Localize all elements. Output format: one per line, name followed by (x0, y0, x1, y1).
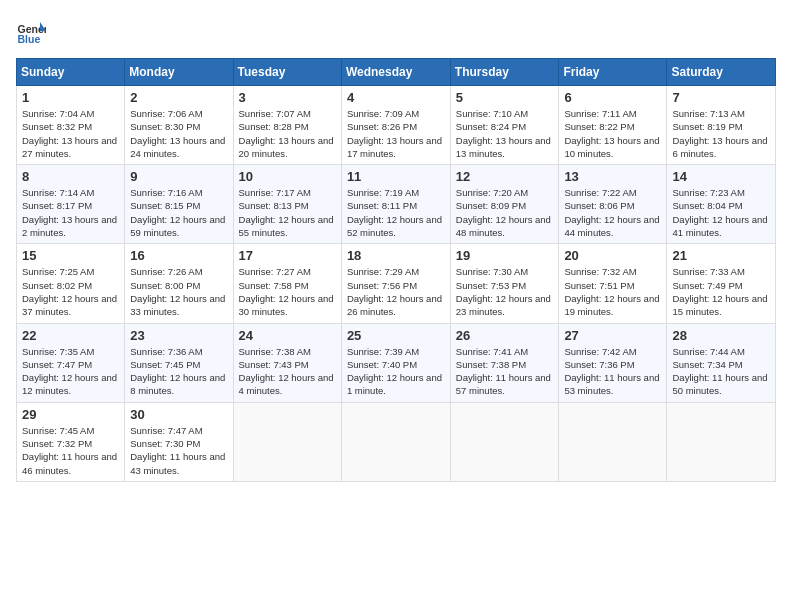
day-info: Sunrise: 7:32 AM Sunset: 7:51 PM Dayligh… (564, 265, 661, 318)
day-number: 24 (239, 328, 336, 343)
day-number: 2 (130, 90, 227, 105)
calendar-cell: 20 Sunrise: 7:32 AM Sunset: 7:51 PM Dayl… (559, 244, 667, 323)
day-number: 18 (347, 248, 445, 263)
calendar-cell: 18 Sunrise: 7:29 AM Sunset: 7:56 PM Dayl… (341, 244, 450, 323)
day-info: Sunrise: 7:27 AM Sunset: 7:58 PM Dayligh… (239, 265, 336, 318)
day-number: 25 (347, 328, 445, 343)
day-number: 20 (564, 248, 661, 263)
calendar-cell: 25 Sunrise: 7:39 AM Sunset: 7:40 PM Dayl… (341, 323, 450, 402)
calendar-cell: 19 Sunrise: 7:30 AM Sunset: 7:53 PM Dayl… (450, 244, 559, 323)
day-info: Sunrise: 7:19 AM Sunset: 8:11 PM Dayligh… (347, 186, 445, 239)
calendar-cell: 2 Sunrise: 7:06 AM Sunset: 8:30 PM Dayli… (125, 86, 233, 165)
calendar-cell: 14 Sunrise: 7:23 AM Sunset: 8:04 PM Dayl… (667, 165, 776, 244)
calendar-cell: 6 Sunrise: 7:11 AM Sunset: 8:22 PM Dayli… (559, 86, 667, 165)
day-number: 30 (130, 407, 227, 422)
day-info: Sunrise: 7:17 AM Sunset: 8:13 PM Dayligh… (239, 186, 336, 239)
day-info: Sunrise: 7:39 AM Sunset: 7:40 PM Dayligh… (347, 345, 445, 398)
day-number: 21 (672, 248, 770, 263)
day-number: 7 (672, 90, 770, 105)
day-number: 17 (239, 248, 336, 263)
day-number: 26 (456, 328, 554, 343)
day-number: 3 (239, 90, 336, 105)
calendar-cell (233, 402, 341, 481)
calendar-week-row: 29 Sunrise: 7:45 AM Sunset: 7:32 PM Dayl… (17, 402, 776, 481)
calendar-cell: 15 Sunrise: 7:25 AM Sunset: 8:02 PM Dayl… (17, 244, 125, 323)
day-info: Sunrise: 7:33 AM Sunset: 7:49 PM Dayligh… (672, 265, 770, 318)
day-number: 29 (22, 407, 119, 422)
day-number: 28 (672, 328, 770, 343)
calendar-cell: 9 Sunrise: 7:16 AM Sunset: 8:15 PM Dayli… (125, 165, 233, 244)
day-number: 12 (456, 169, 554, 184)
calendar-cell: 13 Sunrise: 7:22 AM Sunset: 8:06 PM Dayl… (559, 165, 667, 244)
day-info: Sunrise: 7:44 AM Sunset: 7:34 PM Dayligh… (672, 345, 770, 398)
day-info: Sunrise: 7:30 AM Sunset: 7:53 PM Dayligh… (456, 265, 554, 318)
day-of-week-header: Saturday (667, 59, 776, 86)
calendar-cell: 24 Sunrise: 7:38 AM Sunset: 7:43 PM Dayl… (233, 323, 341, 402)
day-info: Sunrise: 7:04 AM Sunset: 8:32 PM Dayligh… (22, 107, 119, 160)
svg-text:Blue: Blue (18, 33, 41, 45)
calendar-cell: 16 Sunrise: 7:26 AM Sunset: 8:00 PM Dayl… (125, 244, 233, 323)
page-header: General Blue (16, 16, 776, 46)
calendar-cell: 21 Sunrise: 7:33 AM Sunset: 7:49 PM Dayl… (667, 244, 776, 323)
logo: General Blue (16, 16, 50, 46)
calendar-cell: 3 Sunrise: 7:07 AM Sunset: 8:28 PM Dayli… (233, 86, 341, 165)
day-info: Sunrise: 7:20 AM Sunset: 8:09 PM Dayligh… (456, 186, 554, 239)
day-number: 9 (130, 169, 227, 184)
day-number: 15 (22, 248, 119, 263)
calendar-cell: 5 Sunrise: 7:10 AM Sunset: 8:24 PM Dayli… (450, 86, 559, 165)
calendar-cell: 26 Sunrise: 7:41 AM Sunset: 7:38 PM Dayl… (450, 323, 559, 402)
day-info: Sunrise: 7:45 AM Sunset: 7:32 PM Dayligh… (22, 424, 119, 477)
calendar-cell: 30 Sunrise: 7:47 AM Sunset: 7:30 PM Dayl… (125, 402, 233, 481)
day-info: Sunrise: 7:11 AM Sunset: 8:22 PM Dayligh… (564, 107, 661, 160)
calendar-cell: 27 Sunrise: 7:42 AM Sunset: 7:36 PM Dayl… (559, 323, 667, 402)
day-number: 14 (672, 169, 770, 184)
day-number: 11 (347, 169, 445, 184)
calendar-cell: 12 Sunrise: 7:20 AM Sunset: 8:09 PM Dayl… (450, 165, 559, 244)
day-info: Sunrise: 7:07 AM Sunset: 8:28 PM Dayligh… (239, 107, 336, 160)
day-info: Sunrise: 7:29 AM Sunset: 7:56 PM Dayligh… (347, 265, 445, 318)
calendar-cell: 8 Sunrise: 7:14 AM Sunset: 8:17 PM Dayli… (17, 165, 125, 244)
day-info: Sunrise: 7:10 AM Sunset: 8:24 PM Dayligh… (456, 107, 554, 160)
day-number: 23 (130, 328, 227, 343)
day-info: Sunrise: 7:35 AM Sunset: 7:47 PM Dayligh… (22, 345, 119, 398)
day-info: Sunrise: 7:06 AM Sunset: 8:30 PM Dayligh… (130, 107, 227, 160)
day-info: Sunrise: 7:36 AM Sunset: 7:45 PM Dayligh… (130, 345, 227, 398)
day-number: 13 (564, 169, 661, 184)
day-of-week-header: Tuesday (233, 59, 341, 86)
logo-icon: General Blue (16, 16, 46, 46)
calendar-week-row: 1 Sunrise: 7:04 AM Sunset: 8:32 PM Dayli… (17, 86, 776, 165)
day-number: 19 (456, 248, 554, 263)
calendar-cell (667, 402, 776, 481)
calendar-cell: 1 Sunrise: 7:04 AM Sunset: 8:32 PM Dayli… (17, 86, 125, 165)
calendar-header-row: SundayMondayTuesdayWednesdayThursdayFrid… (17, 59, 776, 86)
day-info: Sunrise: 7:23 AM Sunset: 8:04 PM Dayligh… (672, 186, 770, 239)
calendar-cell: 11 Sunrise: 7:19 AM Sunset: 8:11 PM Dayl… (341, 165, 450, 244)
calendar-cell: 7 Sunrise: 7:13 AM Sunset: 8:19 PM Dayli… (667, 86, 776, 165)
calendar-cell: 22 Sunrise: 7:35 AM Sunset: 7:47 PM Dayl… (17, 323, 125, 402)
day-info: Sunrise: 7:25 AM Sunset: 8:02 PM Dayligh… (22, 265, 119, 318)
day-of-week-header: Thursday (450, 59, 559, 86)
day-number: 6 (564, 90, 661, 105)
day-number: 16 (130, 248, 227, 263)
day-number: 4 (347, 90, 445, 105)
day-number: 5 (456, 90, 554, 105)
calendar-cell (341, 402, 450, 481)
day-of-week-header: Monday (125, 59, 233, 86)
calendar-week-row: 22 Sunrise: 7:35 AM Sunset: 7:47 PM Dayl… (17, 323, 776, 402)
day-number: 10 (239, 169, 336, 184)
day-info: Sunrise: 7:09 AM Sunset: 8:26 PM Dayligh… (347, 107, 445, 160)
calendar-week-row: 8 Sunrise: 7:14 AM Sunset: 8:17 PM Dayli… (17, 165, 776, 244)
calendar-cell: 10 Sunrise: 7:17 AM Sunset: 8:13 PM Dayl… (233, 165, 341, 244)
calendar-cell: 29 Sunrise: 7:45 AM Sunset: 7:32 PM Dayl… (17, 402, 125, 481)
day-info: Sunrise: 7:42 AM Sunset: 7:36 PM Dayligh… (564, 345, 661, 398)
day-info: Sunrise: 7:16 AM Sunset: 8:15 PM Dayligh… (130, 186, 227, 239)
day-info: Sunrise: 7:13 AM Sunset: 8:19 PM Dayligh… (672, 107, 770, 160)
day-info: Sunrise: 7:22 AM Sunset: 8:06 PM Dayligh… (564, 186, 661, 239)
day-number: 27 (564, 328, 661, 343)
day-number: 22 (22, 328, 119, 343)
day-number: 8 (22, 169, 119, 184)
day-of-week-header: Wednesday (341, 59, 450, 86)
day-of-week-header: Friday (559, 59, 667, 86)
calendar-cell: 17 Sunrise: 7:27 AM Sunset: 7:58 PM Dayl… (233, 244, 341, 323)
calendar-cell: 4 Sunrise: 7:09 AM Sunset: 8:26 PM Dayli… (341, 86, 450, 165)
